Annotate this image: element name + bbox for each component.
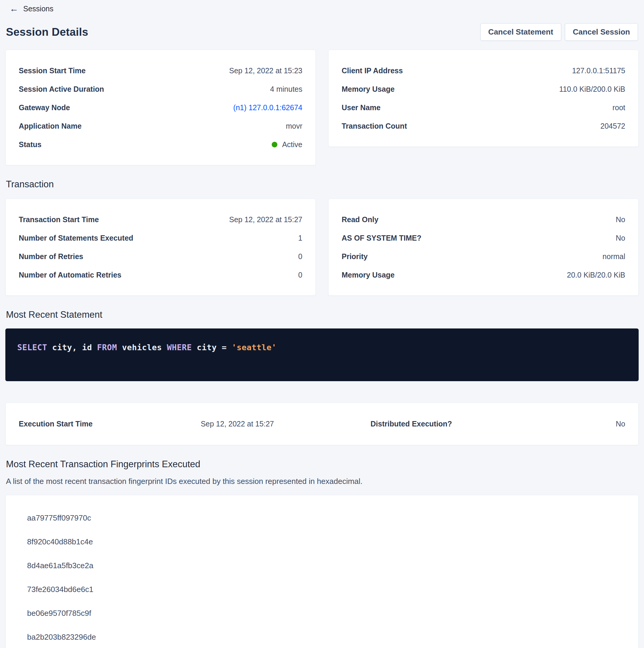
sql-string-literal: 'seattle' [232, 343, 277, 352]
fingerprint-item: aa79775ff097970c [19, 506, 625, 530]
user-name-label: User Name [342, 103, 380, 112]
transaction-start-time-value: Sep 12, 2022 at 15:27 [229, 215, 302, 224]
as-of-system-time-row: AS OF SYSTEM TIME? No [342, 229, 625, 247]
application-name-row: Application Name movr [19, 117, 302, 135]
session-summary-cards: Session Start Time Sep 12, 2022 at 15:23… [5, 50, 639, 165]
session-start-time-label: Session Start Time [19, 66, 86, 75]
memory-usage-value: 110.0 KiB/200.0 KiB [559, 85, 625, 94]
cancel-session-button[interactable]: Cancel Session [565, 23, 638, 41]
status-row: Status Active [19, 135, 302, 154]
breadcrumb-sessions-link[interactable]: Sessions [23, 4, 53, 13]
back-arrow-icon[interactable]: ← [9, 4, 18, 13]
page-header: Session Details Cancel Statement Cancel … [5, 23, 639, 41]
number-of-retries-value: 0 [298, 252, 302, 261]
fingerprints-section-description: A list of the most recent transaction fi… [5, 477, 639, 486]
memory-usage-row: Memory Usage 110.0 KiB/200.0 KiB [342, 80, 625, 98]
fingerprints-section-heading: Most Recent Transaction Fingerprints Exe… [5, 459, 639, 470]
client-ip-label: Client IP Address [342, 66, 403, 75]
user-name-row: User Name root [342, 98, 625, 117]
memory-usage-label: Memory Usage [342, 85, 395, 94]
application-name-value: movr [286, 122, 302, 130]
sql-keyword: SELECT [17, 343, 47, 352]
gateway-node-label: Gateway Node [19, 103, 70, 112]
fingerprint-item: 8f920c40d88b1c4e [19, 530, 625, 554]
transaction-cards: Transaction Start Time Sep 12, 2022 at 1… [5, 199, 639, 296]
gateway-node-row: Gateway Node (n1) 127.0.0.1:62674 [19, 98, 302, 117]
header-actions: Cancel Statement Cancel Session [480, 23, 638, 41]
fingerprint-item: 8d4ae61a5fb3ce2a [19, 554, 625, 578]
session-summary-card-left: Session Start Time Sep 12, 2022 at 15:23… [5, 50, 316, 165]
client-ip-row: Client IP Address 127.0.0.1:51175 [342, 61, 625, 80]
status-value: Active [272, 140, 302, 149]
session-details-page: ← Sessions Session Details Cancel Statem… [0, 0, 644, 648]
breadcrumb: ← Sessions [5, 2, 639, 15]
automatic-retries-row: Number of Automatic Retries 0 [19, 266, 302, 284]
status-active-dot-icon [272, 142, 277, 147]
application-name-label: Application Name [19, 122, 81, 130]
page-title: Session Details [6, 26, 89, 39]
status-label: Status [19, 140, 41, 149]
sql-statement-box: SELECT city, id FROM vehicles WHERE city… [5, 328, 639, 381]
session-active-duration-label: Session Active Duration [19, 85, 104, 94]
transaction-count-row: Transaction Count 204572 [342, 117, 625, 135]
transaction-count-value: 204572 [600, 122, 625, 130]
number-of-retries-row: Number of Retries 0 [19, 247, 302, 266]
session-start-time-row: Session Start Time Sep 12, 2022 at 15:23 [19, 61, 302, 80]
execution-card: Execution Start Time Sep 12, 2022 at 15:… [5, 402, 639, 445]
read-only-label: Read Only [342, 215, 378, 224]
distributed-execution-label: Distributed Execution? [370, 420, 516, 428]
transaction-card-left: Transaction Start Time Sep 12, 2022 at 1… [5, 199, 316, 296]
session-active-duration-row: Session Active Duration 4 minutes [19, 80, 302, 98]
transaction-count-label: Transaction Count [342, 122, 407, 130]
statements-executed-row: Number of Statements Executed 1 [19, 229, 302, 247]
fingerprint-item: be06e9570f785c9f [19, 601, 625, 625]
txn-memory-usage-row: Memory Usage 20.0 KiB/20.0 KiB [342, 266, 625, 284]
transaction-start-time-label: Transaction Start Time [19, 215, 99, 224]
statements-executed-value: 1 [298, 234, 302, 242]
user-name-value: root [612, 103, 625, 112]
txn-memory-usage-label: Memory Usage [342, 271, 395, 279]
most-recent-statement-heading: Most Recent Statement [5, 309, 639, 320]
txn-memory-usage-value: 20.0 KiB/20.0 KiB [567, 271, 625, 279]
distributed-execution-value: No [516, 420, 625, 428]
sql-keyword: WHERE [167, 343, 192, 352]
read-only-row: Read Only No [342, 210, 625, 229]
sql-text: city, id [47, 343, 97, 352]
status-text: Active [282, 140, 302, 149]
cancel-statement-button[interactable]: Cancel Statement [480, 23, 561, 41]
gateway-node-link[interactable]: (n1) 127.0.0.1:62674 [233, 103, 302, 112]
execution-start-time-label: Execution Start Time [19, 420, 200, 428]
session-active-duration-value: 4 minutes [270, 85, 302, 94]
session-start-time-value: Sep 12, 2022 at 15:23 [229, 66, 302, 75]
number-of-retries-label: Number of Retries [19, 252, 83, 261]
fingerprint-item: ba2b203b823296de [19, 625, 625, 648]
priority-row: Priority normal [342, 247, 625, 266]
as-of-system-time-label: AS OF SYSTEM TIME? [342, 234, 421, 242]
statements-executed-label: Number of Statements Executed [19, 234, 133, 242]
priority-label: Priority [342, 252, 368, 261]
client-ip-value: 127.0.0.1:51175 [572, 66, 625, 75]
transaction-start-time-row: Transaction Start Time Sep 12, 2022 at 1… [19, 210, 302, 229]
automatic-retries-value: 0 [298, 271, 302, 279]
sql-text: vehicles [117, 343, 167, 352]
session-summary-card-right: Client IP Address 127.0.0.1:51175 Memory… [328, 50, 639, 147]
automatic-retries-label: Number of Automatic Retries [19, 271, 121, 279]
sql-text: city = [192, 343, 232, 352]
sql-keyword: FROM [97, 343, 117, 352]
read-only-value: No [616, 215, 625, 224]
priority-value: normal [603, 252, 625, 261]
as-of-system-time-value: No [616, 234, 625, 242]
fingerprint-item: 73fe26034bd6e6c1 [19, 578, 625, 601]
fingerprints-card: aa79775ff097970c 8f920c40d88b1c4e 8d4ae6… [5, 495, 639, 648]
transaction-section-heading: Transaction [5, 179, 639, 190]
execution-start-time-value: Sep 12, 2022 at 15:27 [200, 420, 370, 428]
transaction-card-right: Read Only No AS OF SYSTEM TIME? No Prior… [328, 199, 639, 296]
